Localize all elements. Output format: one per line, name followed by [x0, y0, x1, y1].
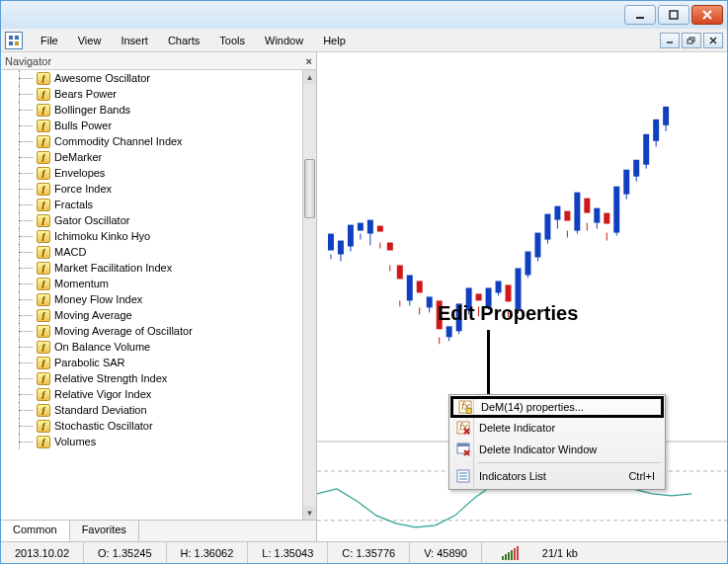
- minimize-button[interactable]: [624, 5, 656, 25]
- context-delete-indicator-window[interactable]: Delete Indicator Window: [451, 439, 663, 460]
- tree-item[interactable]: fBollinger Bands: [1, 102, 302, 118]
- app-icon: [5, 32, 23, 49]
- indicator-icon: f: [37, 341, 50, 354]
- status-close: C: 1.35776: [328, 542, 410, 563]
- indicator-icon: f: [37, 262, 50, 275]
- scroll-thumb[interactable]: [304, 159, 315, 218]
- tree-item-label: Moving Average: [54, 309, 132, 321]
- svg-rect-94: [457, 443, 469, 446]
- indicator-icon: f: [37, 278, 50, 290]
- svg-rect-59: [534, 233, 540, 258]
- tree-item-label: Awesome Oscillator: [54, 72, 150, 84]
- tree-item[interactable]: fMoney Flow Index: [1, 291, 302, 307]
- indicator-icon: f: [37, 104, 50, 117]
- svg-rect-35: [417, 281, 423, 292]
- menubar: FileViewInsertChartsToolsWindowHelp: [1, 29, 727, 52]
- svg-rect-25: [367, 220, 373, 234]
- menu-insert[interactable]: Insert: [111, 32, 158, 49]
- context-delete-indicator[interactable]: fxDelete Indicator: [451, 417, 663, 439]
- menu-help[interactable]: Help: [313, 32, 356, 49]
- tree-item-label: Relative Strength Index: [54, 372, 167, 384]
- tree-item[interactable]: fBears Power: [1, 86, 302, 102]
- status-volume: V: 45890: [410, 542, 482, 563]
- maximize-button[interactable]: [658, 5, 689, 25]
- close-button[interactable]: [691, 5, 723, 25]
- tree-item-label: Standard Deviation: [54, 404, 147, 416]
- child-minimize-button[interactable]: [660, 33, 680, 48]
- tree-item-label: Ichimoku Kinko Hyo: [54, 230, 150, 242]
- tree-item-label: Force Index: [54, 183, 112, 195]
- scroll-up-icon[interactable]: ▲: [303, 70, 316, 84]
- tree-item[interactable]: fOn Balance Volume: [1, 339, 302, 355]
- context-menu: fxDeM(14) properties...fxDelete Indicato…: [448, 394, 666, 490]
- indicator-icon: f: [37, 357, 50, 369]
- menu-charts[interactable]: Charts: [158, 32, 209, 49]
- svg-rect-33: [407, 275, 413, 300]
- tree-item[interactable]: fParabolic SAR: [1, 355, 302, 370]
- tree-item[interactable]: fMoving Average: [1, 307, 302, 323]
- tree-item[interactable]: fMACD: [1, 244, 302, 260]
- tree-item[interactable]: fRelative Vigor Index: [1, 386, 302, 402]
- svg-rect-27: [377, 226, 383, 232]
- tree-item[interactable]: fForce Index: [1, 181, 302, 197]
- navigator-title: Navigator: [5, 55, 51, 67]
- context-indicators-list[interactable]: Indicators List Ctrl+I: [451, 465, 663, 487]
- tree-item[interactable]: fAwesome Oscillator: [1, 70, 302, 86]
- tree-item[interactable]: fMoving Average of Oscillator: [1, 323, 302, 339]
- tree-item[interactable]: fStochastic Oscillator: [1, 418, 302, 434]
- indicator-icon: f: [37, 72, 50, 85]
- tree-item[interactable]: fIchimoku Kinko Hyo: [1, 228, 302, 244]
- context-item-label: Delete Indicator: [479, 422, 555, 434]
- svg-rect-71: [594, 208, 600, 223]
- scroll-down-icon[interactable]: ▼: [303, 506, 316, 520]
- svg-rect-31: [397, 265, 403, 279]
- indicator-icon: f: [37, 214, 50, 227]
- tree-item[interactable]: fRelative Strength Index: [1, 370, 302, 386]
- svg-rect-29: [387, 243, 393, 251]
- tree-item-label: Volumes: [54, 436, 96, 447]
- context-dem-14-properties-[interactable]: fxDeM(14) properties...: [450, 396, 664, 418]
- svg-rect-5: [15, 36, 19, 40]
- svg-rect-67: [574, 193, 580, 231]
- tree-item[interactable]: fBulls Power: [1, 118, 302, 133]
- tree-item[interactable]: fMarket Facilitation Index: [1, 260, 302, 276]
- svg-rect-37: [427, 296, 433, 307]
- child-close-button[interactable]: [703, 33, 723, 48]
- tree-item[interactable]: fVolumes: [1, 434, 302, 449]
- tree-item[interactable]: fStandard Deviation: [1, 402, 302, 418]
- svg-rect-81: [643, 134, 649, 165]
- tree-item[interactable]: fGator Oscillator: [1, 212, 302, 228]
- indicator-icon: f: [37, 404, 50, 417]
- tab-favorites[interactable]: Favorites: [70, 521, 139, 541]
- menu-view[interactable]: View: [68, 32, 112, 49]
- indicator-icon: f: [37, 309, 50, 322]
- titlebar: [1, 1, 727, 29]
- menu-file[interactable]: File: [31, 32, 68, 49]
- tree-item-label: Market Facilitation Index: [54, 262, 172, 274]
- tab-common[interactable]: Common: [1, 521, 70, 541]
- svg-rect-69: [584, 199, 590, 213]
- navigator-close-icon[interactable]: ×: [306, 55, 312, 67]
- svg-rect-77: [623, 170, 629, 195]
- svg-rect-10: [688, 40, 692, 43]
- menu-tools[interactable]: Tools: [209, 32, 255, 49]
- indicator-icon: f: [37, 293, 50, 306]
- svg-rect-75: [613, 187, 619, 233]
- tree-item[interactable]: fDeMarker: [1, 149, 302, 165]
- svg-rect-57: [525, 252, 530, 276]
- child-restore-button[interactable]: [682, 33, 701, 48]
- indicator-icon: f: [37, 325, 50, 338]
- tree-item-label: Envelopes: [54, 167, 105, 179]
- navigator-scrollbar[interactable]: ▲ ▼: [302, 70, 316, 520]
- tree-item[interactable]: fFractals: [1, 197, 302, 212]
- tree-item[interactable]: fMomentum: [1, 276, 302, 291]
- menu-window[interactable]: Window: [255, 32, 313, 49]
- tree-item[interactable]: fCommodity Channel Index: [1, 133, 302, 149]
- tree-item-label: Momentum: [54, 278, 109, 289]
- status-low: L: 1.35043: [248, 542, 328, 563]
- list-icon: [455, 468, 471, 484]
- fx-delwin-icon: [455, 442, 471, 457]
- tree-item[interactable]: fEnvelopes: [1, 165, 302, 181]
- status-transfer: 21/1 kb: [528, 542, 592, 563]
- indicator-icon: f: [37, 167, 50, 180]
